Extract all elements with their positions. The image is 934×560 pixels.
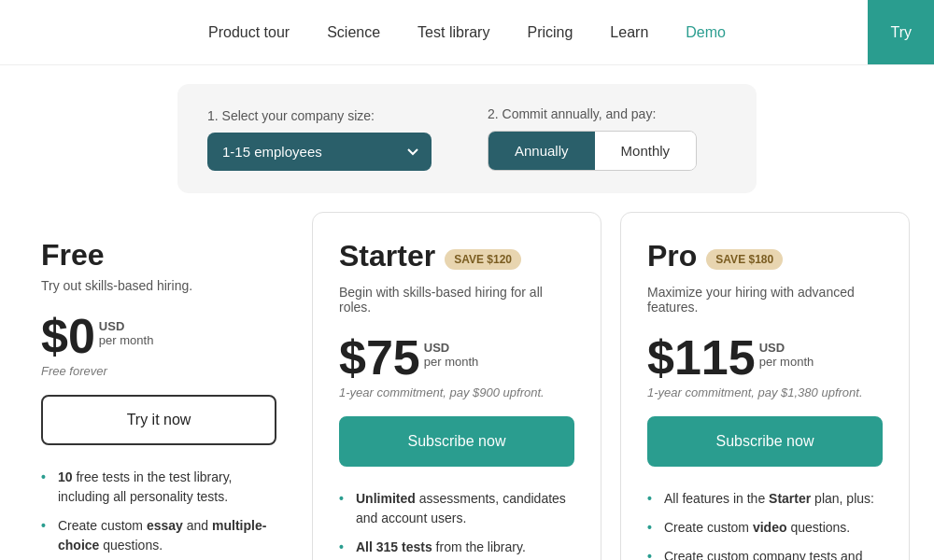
free-price-meta: USD per month <box>99 319 154 347</box>
starter-price-row: $75 USD per month <box>339 333 574 382</box>
pricing-selector-box: 1. Select your company size: 1-15 employ… <box>177 84 757 193</box>
pro-price-row: $115 USD per month <box>647 333 883 382</box>
pro-features: All features in the Starter plan, plus: … <box>647 489 883 560</box>
billing-toggle: Annually Monthly <box>488 131 697 171</box>
company-size-label: 1. Select your company size: <box>207 108 432 123</box>
starter-save-badge: SAVE $120 <box>445 249 521 270</box>
pro-feature-2: Create custom video questions. <box>647 518 883 538</box>
pro-feature-1: All features in the Starter plan, plus: <box>647 489 883 509</box>
company-size-group: 1. Select your company size: 1-15 employ… <box>207 108 432 171</box>
nav-science[interactable]: Science <box>327 24 380 41</box>
nav-try-button[interactable]: Try <box>868 0 934 64</box>
starter-period: per month <box>424 355 479 369</box>
starter-feature-1: Unlimited assessments, candidates and ac… <box>339 489 574 528</box>
starter-subscribe-button[interactable]: Subscribe now <box>339 416 574 467</box>
company-size-select[interactable]: 1-15 employees 16-50 employees 51-200 em… <box>207 133 432 171</box>
starter-plan-name: Starter <box>339 239 435 273</box>
pricing-selector-wrapper: 1. Select your company size: 1-15 employ… <box>0 65 934 203</box>
starter-price-meta: USD per month <box>424 341 479 369</box>
free-price-amount: $0 <box>41 312 95 360</box>
nav-links: Product tour Science Test library Pricin… <box>208 24 726 41</box>
billing-cycle-group: 2. Commit annually, and pay: Annually Mo… <box>488 106 697 171</box>
starter-currency: USD <box>424 341 479 355</box>
pro-price-amount: $115 <box>647 333 756 382</box>
pro-feature-3: Create custom company tests and coding c… <box>647 547 883 560</box>
navbar: Product tour Science Test library Pricin… <box>0 0 934 65</box>
pro-period: per month <box>759 355 814 369</box>
nav-pricing[interactable]: Pricing <box>527 24 573 41</box>
free-try-button[interactable]: Try it now <box>41 395 276 445</box>
free-period: per month <box>99 333 154 347</box>
free-plan-tagline: Try out skills-based hiring. <box>41 278 276 293</box>
pro-plan-card: Pro SAVE $180 Maximize your hiring with … <box>620 212 910 560</box>
pro-commitment: 1-year commitment, pay $1,380 upfront. <box>647 385 883 399</box>
free-plan-card: Free Try out skills-based hiring. $0 USD… <box>15 212 303 560</box>
pro-subscribe-button[interactable]: Subscribe now <box>647 416 883 467</box>
starter-features: Unlimited assessments, candidates and ac… <box>339 489 574 560</box>
starter-plan-header: Starter SAVE $120 <box>339 239 574 279</box>
billing-annually-btn[interactable]: Annually <box>488 132 595 170</box>
free-feature-2: Create custom essay and multiple-choice … <box>41 516 276 555</box>
pro-save-badge: SAVE $180 <box>706 249 783 270</box>
plans-section: Free Try out skills-based hiring. $0 USD… <box>0 203 934 560</box>
free-features: 10 free tests in the test library, inclu… <box>41 468 276 560</box>
starter-price-amount: $75 <box>339 333 420 382</box>
pro-currency: USD <box>759 341 814 355</box>
billing-monthly-btn[interactable]: Monthly <box>595 132 697 170</box>
nav-product-tour[interactable]: Product tour <box>208 24 290 41</box>
pro-plan-name: Pro <box>647 239 697 273</box>
free-note: Free forever <box>41 364 276 378</box>
nav-learn[interactable]: Learn <box>610 24 648 41</box>
pro-price-meta: USD per month <box>759 341 814 369</box>
free-currency: USD <box>99 319 154 333</box>
free-feature-1: 10 free tests in the test library, inclu… <box>41 468 276 507</box>
free-price-row: $0 USD per month <box>41 312 276 360</box>
nav-demo[interactable]: Demo <box>686 24 726 41</box>
starter-plan-tagline: Begin with skills-based hiring for all r… <box>339 285 574 315</box>
pro-plan-header: Pro SAVE $180 <box>647 239 883 279</box>
starter-feature-2: All 315 tests from the library. <box>339 538 574 557</box>
starter-plan-card: Starter SAVE $120 Begin with skills-base… <box>312 212 601 560</box>
pro-plan-tagline: Maximize your hiring with advanced featu… <box>647 285 883 315</box>
billing-cycle-label: 2. Commit annually, and pay: <box>488 106 697 121</box>
nav-test-library[interactable]: Test library <box>417 24 489 41</box>
free-plan-name: Free <box>41 238 276 273</box>
starter-commitment: 1-year commitment, pay $900 upfront. <box>339 385 574 399</box>
